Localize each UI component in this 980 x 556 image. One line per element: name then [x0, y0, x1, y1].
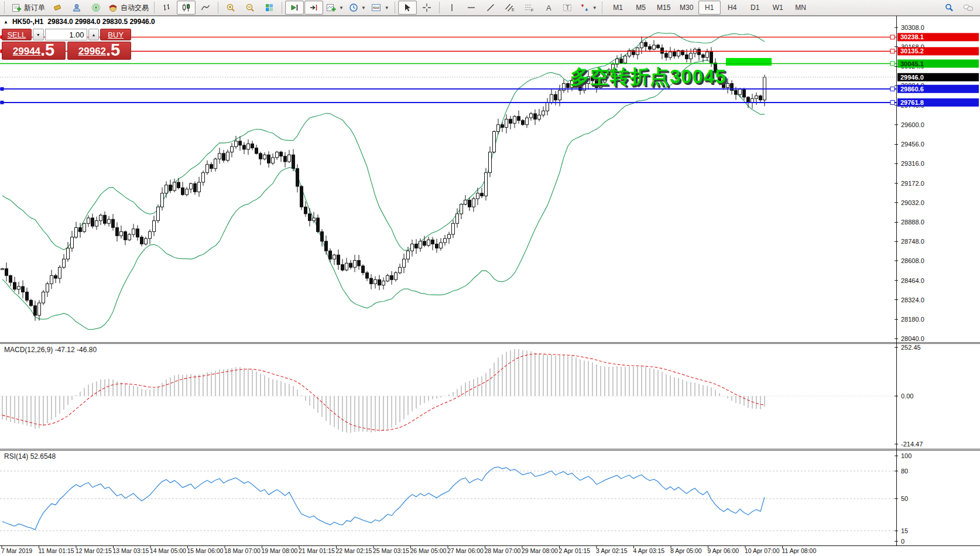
timeframe-m15-button[interactable]: M15 — [653, 1, 675, 15]
toolbar-grip[interactable] — [602, 2, 605, 13]
svg-text:29860.6: 29860.6 — [900, 86, 924, 93]
chat-button[interactable] — [959, 1, 978, 15]
timeframe-w1-button[interactable]: W1 — [767, 1, 789, 15]
svg-text:50: 50 — [901, 495, 908, 502]
search-button[interactable] — [940, 1, 958, 15]
toolbar-separator — [218, 2, 218, 13]
sell-price-button[interactable]: 29944.5 — [2, 42, 66, 60]
auto-scroll-icon — [290, 3, 299, 12]
line-chart-button[interactable] — [196, 1, 215, 15]
rsi-indicator-label: RSI(14) 52.6548 — [4, 452, 56, 461]
line-right-handle[interactable] — [890, 62, 895, 66]
candles-chart-button[interactable] — [177, 1, 196, 15]
svg-text:30135.2: 30135.2 — [900, 47, 924, 54]
sell-button[interactable]: SELL — [2, 29, 32, 40]
brush-button[interactable] — [48, 1, 67, 15]
text-button[interactable]: A — [539, 1, 558, 15]
svg-text:80: 80 — [901, 468, 908, 475]
time-axis-label: 7 Mar 2019 — [1, 547, 32, 554]
cursor-button[interactable] — [398, 1, 417, 15]
time-axis-label: 18 Mar 07:00 — [224, 547, 261, 554]
chart-shift-button[interactable] — [304, 1, 323, 15]
time-axis-label: 13 Mar 03:15 — [113, 547, 149, 554]
line-right-handle[interactable] — [890, 35, 895, 39]
text-label-button[interactable]: T — [558, 1, 577, 15]
svg-text:28324.0: 28324.0 — [901, 296, 924, 303]
time-axis-label: 15 Mar 06:00 — [187, 547, 224, 554]
fibonacci-button[interactable]: F — [520, 1, 539, 15]
volume-increase-button[interactable]: ▲ — [88, 29, 100, 40]
zoom-out-button[interactable] — [241, 1, 259, 15]
svg-text:29172.0: 29172.0 — [901, 180, 924, 187]
arrows-button[interactable]: ▼ — [578, 1, 599, 15]
line-left-handle[interactable] — [1, 101, 4, 104]
cursor-icon — [403, 3, 412, 12]
svg-text:0.00: 0.00 — [901, 393, 913, 400]
periods-button[interactable]: ▼ — [347, 1, 368, 15]
buy-price-button[interactable]: 29962.5 — [67, 42, 131, 60]
time-axis-label: 9 Apr 06:00 — [708, 547, 739, 554]
chevron-down-icon: ▼ — [592, 5, 597, 11]
channel-button[interactable]: E — [501, 1, 519, 15]
chevron-down-icon: ▼ — [339, 5, 344, 11]
timeframe-h1-button[interactable]: H1 — [698, 1, 721, 15]
line-right-handle[interactable] — [890, 100, 895, 104]
vertical-line-button[interactable] — [443, 1, 461, 15]
svg-text:28888.0: 28888.0 — [901, 219, 924, 226]
zoom-in-icon — [226, 3, 235, 12]
svg-text:252.45: 252.45 — [901, 344, 921, 351]
new-order-icon — [12, 3, 22, 12]
pivot-annotation-text[interactable]: 多空转折点30045 — [570, 64, 727, 90]
bars-chart-button[interactable] — [157, 1, 176, 15]
line-right-handle[interactable] — [890, 87, 895, 91]
time-axis-label: 28 Mar 07:00 — [485, 547, 521, 554]
collapse-icon[interactable]: ▲ — [4, 19, 8, 25]
indicators-button[interactable]: ▼ — [324, 1, 346, 15]
signals-button[interactable] — [87, 1, 105, 15]
toolbar-separator — [439, 2, 440, 13]
profile-button[interactable] — [67, 1, 86, 15]
line-right-handle[interactable] — [890, 49, 895, 53]
timeframe-m30-button[interactable]: M30 — [676, 1, 698, 15]
svg-text:30238.1: 30238.1 — [900, 33, 924, 40]
line-left-handle[interactable] — [1, 87, 4, 91]
horizontal-line-button[interactable] — [462, 1, 481, 15]
arrows-icon — [580, 3, 590, 12]
candles-chart-icon — [181, 3, 191, 12]
buy-button[interactable]: BUY — [100, 29, 131, 40]
market-icon — [108, 3, 118, 12]
crosshair-button[interactable] — [417, 1, 436, 15]
svg-text:-214.47: -214.47 — [901, 441, 923, 448]
svg-text:100: 100 — [901, 452, 912, 459]
chevron-down-icon: ▼ — [385, 5, 389, 11]
toolbar-grip[interactable] — [4, 2, 7, 13]
zoom-in-button[interactable] — [221, 1, 240, 15]
trendline-button[interactable] — [481, 1, 500, 15]
time-axis-label: 12 Mar 02:15 — [76, 547, 112, 554]
auto-trading-button[interactable]: 自动交易 — [106, 1, 151, 15]
time-axis-label: 21 Mar 01:15 — [299, 547, 335, 554]
time-axis-label: 14 Mar 05:00 — [150, 547, 186, 554]
bars-chart-icon — [162, 3, 172, 12]
volume-decrease-button[interactable]: ▼ — [33, 29, 44, 40]
highlight-rectangle[interactable] — [726, 58, 772, 66]
one-click-trade-panel: SELL ▼ ▲ BUY 29944.5 29962.5 — [2, 29, 131, 60]
volume-input[interactable] — [45, 29, 87, 40]
time-axis-label: 2 Apr 01:15 — [559, 547, 591, 554]
time-axis-label: 11 Apr 08:00 — [782, 547, 817, 554]
chart-canvas[interactable]: 30308.030168.030024.029884.029740.029600… — [0, 16, 980, 556]
timeframe-d1-button[interactable]: D1 — [744, 1, 766, 15]
chart-window: 30308.030168.030024.029884.029740.029600… — [0, 16, 980, 556]
time-axis-label: 22 Mar 02:15 — [336, 547, 372, 554]
tile-windows-button[interactable] — [260, 1, 279, 15]
timeframe-m1-button[interactable]: M1 — [607, 1, 629, 15]
timeframe-mn-button[interactable]: MN — [790, 1, 812, 15]
templates-button[interactable]: ▼ — [369, 1, 392, 15]
svg-text:29761.8: 29761.8 — [900, 99, 924, 106]
spin-up-icon: ▲ — [92, 33, 96, 37]
timeframe-h4-button[interactable]: H4 — [721, 1, 743, 15]
svg-text:29946.0: 29946.0 — [900, 74, 924, 81]
new-order-button[interactable]: 新订单 — [9, 1, 47, 15]
auto-scroll-button[interactable] — [285, 1, 304, 15]
timeframe-m5-button[interactable]: M5 — [630, 1, 652, 15]
